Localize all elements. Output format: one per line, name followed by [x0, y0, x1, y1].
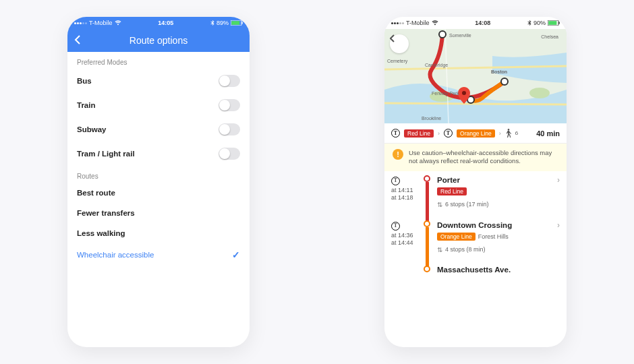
- stops-text: 6 stops (17 min): [445, 201, 489, 208]
- mode-label: Subway: [77, 125, 106, 133]
- map-label: Chelsea: [541, 34, 558, 39]
- map-back-button[interactable]: [390, 34, 409, 53]
- line-pill-orange: Orange Line: [437, 233, 476, 241]
- route-row-fewer[interactable]: Fewer transfers: [67, 203, 250, 223]
- directions-steps[interactable]: T at 14:11 at 14:18 Porter › Red Line ⇅ …: [384, 171, 567, 347]
- line-pill-red: Red Line: [404, 129, 434, 138]
- trip-duration: 40 min: [536, 129, 560, 138]
- route-label: Wheelchair accessible: [77, 251, 154, 259]
- route-label: Best route: [77, 189, 115, 197]
- toggle-train[interactable]: [219, 99, 240, 111]
- toggle-subway[interactable]: [219, 123, 240, 135]
- wifi-icon: [115, 20, 121, 26]
- warning-text: Use caution–wheelchair-accessible direct…: [409, 149, 558, 166]
- walk-icon: [505, 129, 511, 138]
- section-label-modes: Preferred Modes: [67, 52, 250, 69]
- walk-minutes: 6: [515, 130, 518, 136]
- route-dot-icon: [424, 266, 430, 272]
- accessibility-warning: ! Use caution–wheelchair-accessible dire…: [384, 144, 567, 171]
- status-carrier: T-Mobile: [89, 20, 113, 26]
- mode-row-tram[interactable]: Tram / Light rail: [67, 142, 250, 166]
- expand-icon: ⇅: [437, 201, 442, 208]
- chevron-right-icon: ›: [499, 130, 501, 137]
- step-time: at 14:44: [391, 239, 421, 247]
- status-time: 14:08: [438, 20, 527, 26]
- route-label: Fewer transfers: [77, 209, 135, 217]
- chevron-right-icon: ›: [557, 220, 560, 230]
- route-row-wheelchair[interactable]: Wheelchair accessible ✓: [67, 243, 250, 266]
- wifi-icon: [432, 20, 438, 26]
- step-time: at 14:36: [391, 232, 421, 240]
- stops-text: 4 stops (8 min): [445, 246, 486, 253]
- map-label: Fenway Park: [432, 91, 459, 96]
- svg-point-12: [462, 91, 466, 95]
- map-label: Brookline: [422, 116, 441, 121]
- chevron-right-icon: ›: [557, 175, 560, 185]
- mode-label: Tram / Light rail: [77, 150, 135, 158]
- stops-expand[interactable]: ⇅ 6 stops (17 min): [437, 201, 560, 208]
- svg-rect-2: [242, 22, 243, 24]
- battery-icon: [231, 20, 243, 26]
- map-view[interactable]: Somerville Cambridge Boston Chelsea Fenw…: [384, 29, 567, 123]
- mode-row-subway[interactable]: Subway: [67, 117, 250, 142]
- station-name[interactable]: Massachusetts Ave.: [437, 266, 560, 274]
- section-label-routes: Routes: [67, 166, 250, 183]
- line-destination: Forest Hills: [478, 233, 509, 240]
- map-label: Cambridge: [425, 63, 448, 67]
- phone-directions: T-Mobile 14:08 90%: [384, 17, 567, 347]
- chevron-right-icon: ›: [438, 130, 440, 137]
- status-time: 14:05: [121, 20, 210, 26]
- station-name[interactable]: Downtown Crossing ›: [437, 220, 560, 230]
- toggle-tram[interactable]: [219, 148, 240, 160]
- back-button[interactable]: [74, 35, 85, 47]
- map-label: Cemetery: [387, 59, 407, 63]
- mode-label: Bus: [77, 77, 92, 85]
- step-row[interactable]: T at 14:11 at 14:18 Porter › Red Line ⇅ …: [384, 171, 567, 216]
- mode-label: Train: [77, 101, 95, 109]
- expand-icon: ⇅: [437, 246, 442, 253]
- status-bar: T-Mobile 14:05 89%: [67, 17, 250, 29]
- transit-icon: T: [391, 177, 400, 185]
- mode-row-train[interactable]: Train: [67, 93, 250, 117]
- svg-point-9: [439, 31, 446, 38]
- step-time: at 14:11: [391, 187, 421, 195]
- line-pill-red: Red Line: [437, 187, 467, 195]
- svg-rect-1: [231, 21, 239, 25]
- status-carrier: T-Mobile: [406, 20, 430, 26]
- status-battery-pct: 89%: [217, 20, 229, 26]
- svg-point-8: [529, 88, 550, 98]
- header-bar: Route options: [67, 29, 250, 52]
- status-battery-pct: 90%: [534, 20, 546, 26]
- step-row[interactable]: Massachusetts Ave.: [384, 262, 567, 282]
- header-title: Route options: [85, 35, 232, 46]
- toggle-bus[interactable]: [219, 75, 240, 87]
- warning-icon: !: [393, 149, 403, 160]
- route-row-less-walking[interactable]: Less walking: [67, 223, 250, 243]
- map-label: Boston: [491, 69, 507, 74]
- route-dot-icon: [424, 220, 430, 227]
- step-row[interactable]: T at 14:36 at 14:44 Downtown Crossing › …: [384, 216, 567, 262]
- svg-rect-5: [559, 22, 560, 24]
- signal-icon: [391, 22, 404, 24]
- stops-expand[interactable]: ⇅ 4 stops (8 min): [437, 246, 560, 253]
- map-canvas: [384, 29, 567, 123]
- svg-point-13: [508, 129, 510, 131]
- transit-icon: T: [391, 222, 400, 231]
- signal-icon: [74, 22, 87, 24]
- route-label: Less walking: [77, 229, 125, 237]
- route-bar: [426, 227, 429, 268]
- map-label: Somerville: [449, 33, 471, 38]
- mode-row-bus[interactable]: Bus: [67, 69, 250, 93]
- phone-route-options: T-Mobile 14:05 89% Route options Preferr…: [67, 17, 250, 347]
- transit-icon: T: [391, 129, 400, 138]
- station-name[interactable]: Porter ›: [437, 175, 560, 185]
- transit-icon: T: [444, 129, 453, 138]
- route-row-best[interactable]: Best route: [67, 183, 250, 203]
- battery-icon: [548, 20, 560, 26]
- checkmark-icon: ✓: [232, 249, 240, 260]
- bluetooth-icon: [527, 20, 531, 26]
- route-dot-icon: [424, 175, 430, 182]
- svg-rect-4: [548, 21, 556, 25]
- route-summary: T Red Line › T Orange Line › 6 40 min: [384, 123, 567, 144]
- route-bar: [426, 182, 429, 223]
